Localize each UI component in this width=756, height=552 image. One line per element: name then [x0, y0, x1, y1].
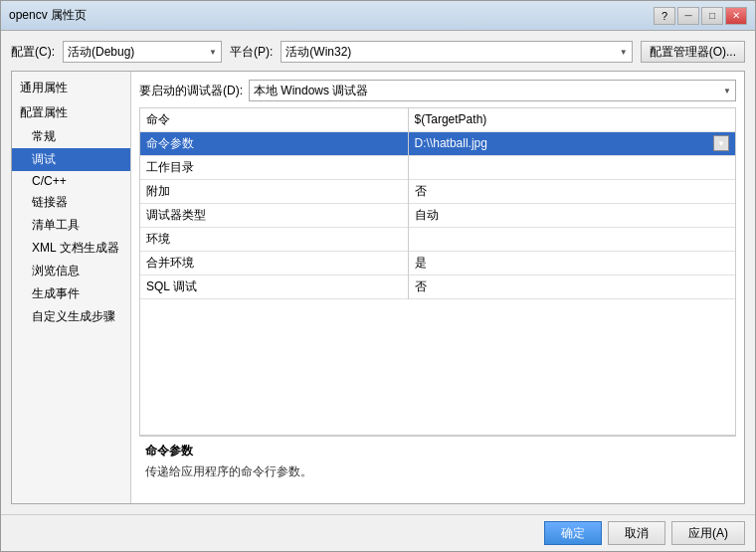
table-row[interactable]: 调试器类型 — [140, 204, 735, 228]
table-row[interactable]: 环境 — [140, 228, 735, 252]
prop-value-input[interactable] — [415, 279, 729, 293]
sidebar-item-general[interactable]: 常规 — [12, 125, 130, 148]
sidebar-item-xml[interactable]: XML 文档生成器 — [12, 237, 130, 260]
properties-table: 命令命令参数▼工作目录附加调试器类型环境合并环境SQL 调试 — [139, 107, 736, 436]
prop-value[interactable]: ▼ — [409, 132, 735, 154]
config-manager-button[interactable]: 配置管理器(O)... — [641, 41, 745, 63]
help-button[interactable]: ? — [654, 7, 675, 25]
sidebar-item-browse[interactable]: 浏览信息 — [12, 260, 130, 282]
prop-name: 环境 — [140, 228, 408, 252]
properties-grid: 命令命令参数▼工作目录附加调试器类型环境合并环境SQL 调试 — [140, 108, 735, 299]
sidebar-config-header: 配置属性 — [12, 100, 130, 125]
window-title: opencv 属性页 — [9, 7, 87, 24]
prop-value-input[interactable] — [415, 160, 729, 174]
prop-name: SQL 调试 — [140, 276, 408, 299]
platform-dropdown[interactable]: 活动(Win32) ▼ — [281, 41, 632, 63]
prop-name: 合并环境 — [140, 252, 408, 276]
table-row[interactable]: 附加 — [140, 180, 735, 204]
prop-value — [409, 276, 735, 297]
prop-name: 附加 — [140, 180, 408, 204]
bottom-buttons: 确定 取消 应用(A) — [1, 514, 755, 551]
prop-value — [409, 180, 735, 202]
sidebar-item-events[interactable]: 生成事件 — [12, 282, 130, 305]
prop-name: 工作目录 — [140, 156, 408, 180]
prop-value — [409, 228, 735, 250]
sidebar-item-linker[interactable]: 链接器 — [12, 191, 130, 214]
prop-value — [409, 252, 735, 274]
prop-value-input[interactable] — [415, 136, 713, 150]
properties-window: opencv 属性页 ? ─ □ ✕ 配置(C): 活动(Debug) ▼ 平台… — [0, 0, 756, 552]
sidebar-item-custom[interactable]: 自定义生成步骤 — [12, 305, 130, 328]
debugger-value: 本地 Windows 调试器 — [254, 83, 368, 99]
description-panel: 命令参数 传递给应用程序的命令行参数。 — [139, 436, 736, 495]
config-arrow-icon: ▼ — [209, 48, 217, 57]
table-row[interactable]: 命令 — [140, 108, 735, 132]
config-row: 配置(C): 活动(Debug) ▼ 平台(P): 活动(Win32) ▼ 配置… — [11, 41, 745, 63]
table-row[interactable]: 工作目录 — [140, 156, 735, 180]
prop-name: 调试器类型 — [140, 204, 408, 228]
main-panel: 通用属性 配置属性 常规 调试 C/C++ 链接器 清单工具 XML 文档生成器… — [11, 71, 745, 504]
title-bar: opencv 属性页 ? ─ □ ✕ — [1, 1, 755, 31]
sidebar-general-header: 通用属性 — [12, 76, 130, 100]
debugger-arrow-icon: ▼ — [723, 87, 731, 95]
close-button[interactable]: ✕ — [725, 7, 747, 25]
debugger-row: 要启动的调试器(D): 本地 Windows 调试器 ▼ — [139, 80, 736, 101]
prop-value-input[interactable] — [415, 112, 729, 126]
apply-button[interactable]: 应用(A) — [671, 521, 745, 545]
platform-label: 平台(P): — [230, 44, 273, 61]
table-row[interactable]: 命令参数▼ — [140, 132, 735, 156]
debugger-label: 要启动的调试器(D): — [139, 83, 243, 99]
sidebar-item-cpp[interactable]: C/C++ — [12, 171, 130, 191]
content-area: 配置(C): 活动(Debug) ▼ 平台(P): 活动(Win32) ▼ 配置… — [1, 31, 755, 514]
platform-arrow-icon: ▼ — [620, 48, 628, 57]
right-panel: 要启动的调试器(D): 本地 Windows 调试器 ▼ 命令命令参数▼工作目录… — [131, 72, 744, 503]
prop-value-input[interactable] — [415, 208, 729, 222]
prop-value-input[interactable] — [415, 232, 729, 246]
prop-name: 命令参数 — [140, 132, 408, 156]
config-label: 配置(C): — [11, 44, 55, 61]
prop-value — [409, 156, 735, 178]
table-row[interactable]: 合并环境 — [140, 252, 735, 276]
table-row[interactable]: SQL 调试 — [140, 276, 735, 299]
cancel-button[interactable]: 取消 — [608, 521, 665, 545]
description-text: 传递给应用程序的命令行参数。 — [145, 463, 730, 480]
debugger-dropdown[interactable]: 本地 Windows 调试器 ▼ — [249, 80, 736, 101]
sidebar-item-manifest[interactable]: 清单工具 — [12, 214, 130, 237]
prop-dropdown-btn[interactable]: ▼ — [713, 135, 729, 151]
sidebar: 通用属性 配置属性 常规 调试 C/C++ 链接器 清单工具 XML 文档生成器… — [12, 72, 131, 503]
prop-value — [409, 204, 735, 226]
ok-button[interactable]: 确定 — [544, 521, 602, 545]
prop-value-input[interactable] — [415, 184, 729, 198]
prop-value — [409, 108, 735, 130]
config-dropdown[interactable]: 活动(Debug) ▼ — [63, 41, 222, 63]
prop-name: 命令 — [140, 108, 408, 132]
window-controls: ? ─ □ ✕ — [654, 7, 747, 25]
sidebar-item-debug[interactable]: 调试 — [12, 148, 130, 171]
description-title: 命令参数 — [145, 443, 730, 460]
platform-value: 活动(Win32) — [285, 44, 351, 61]
minimize-button[interactable]: ─ — [677, 7, 699, 25]
prop-value-input[interactable] — [415, 256, 729, 270]
maximize-button[interactable]: □ — [701, 7, 723, 25]
config-value: 活动(Debug) — [68, 44, 134, 61]
